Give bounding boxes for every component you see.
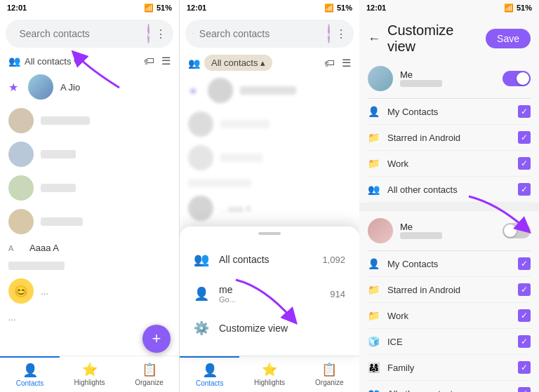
search-bar-2[interactable]: M ⋮ <box>185 20 354 48</box>
check-row-ice[interactable]: 🧊 ICE ✓ <box>368 329 531 355</box>
checkbox-starred-2[interactable]: ✓ <box>518 283 531 296</box>
check-row-my-contacts-2[interactable]: 👤 My Contacts ✓ <box>368 251 531 277</box>
ice-label: ICE <box>387 337 511 347</box>
starred-label-2: Starred in Android <box>387 285 511 295</box>
chevron-up-icon: ▴ <box>260 58 265 68</box>
tag-icon-1[interactable]: 🏷 <box>144 55 154 67</box>
list-item <box>182 107 357 141</box>
check-mark: ✓ <box>521 388 528 392</box>
sheet-item-customize[interactable]: ⚙️ Customize view <box>180 312 359 344</box>
email-blur-1 <box>400 80 442 87</box>
my-contacts-label-1: My Contacts <box>387 107 511 117</box>
checkbox-starred-1[interactable]: ✓ <box>518 131 531 144</box>
contacts-nav-icon: 👤 <box>22 363 38 378</box>
folder-icon-2: 📁 <box>368 284 380 295</box>
check-row-work-1[interactable]: 📁 Work ✓ <box>368 151 531 177</box>
list-item[interactable] <box>3 205 176 238</box>
sort-icon-2[interactable]: ☰ <box>342 57 351 69</box>
folder-icon-1: 📁 <box>368 132 380 143</box>
nav-contacts-2[interactable]: 👤 Contacts <box>180 356 239 392</box>
list-item[interactable]: A Aaaa A <box>3 238 176 257</box>
contacts-nav-icon-2: 👤 <box>202 363 218 378</box>
contact-icon-1: 👤 <box>368 106 380 117</box>
avatar <box>188 196 213 221</box>
avatar-2[interactable]: M <box>328 24 330 43</box>
search-bar-1[interactable]: M ⋮ <box>6 20 173 48</box>
list-item[interactable]: 😊 ... <box>3 274 176 308</box>
list-item[interactable] <box>3 171 176 205</box>
status-icons-1: 📶 51% <box>144 4 172 13</box>
checkbox-work-2[interactable]: ✓ <box>518 309 531 322</box>
nav-contacts[interactable]: 👤 Contacts <box>0 356 60 392</box>
sheet-item-all-contacts[interactable]: 👥 All contacts 1,092 <box>180 243 359 276</box>
list-item[interactable] <box>3 137 176 171</box>
check-row-my-contacts-1[interactable]: 👤 My Contacts ✓ <box>368 99 531 125</box>
nav-contacts-label: Contacts <box>16 379 44 387</box>
nav-organize-2[interactable]: 📋 Organize <box>300 356 359 392</box>
toggle-1[interactable] <box>503 71 531 86</box>
avatar <box>8 175 34 201</box>
status-icons-3: 📶 51% <box>504 4 532 13</box>
search-input-1[interactable] <box>19 28 142 39</box>
search-input-2[interactable] <box>199 28 322 39</box>
account-info-2: Me <box>400 222 495 241</box>
checkbox-other-2[interactable]: ✓ <box>518 387 531 392</box>
more-icon-1[interactable]: ⋮ <box>155 27 166 41</box>
checkbox-other-1[interactable]: ✓ <box>518 183 531 196</box>
wifi-icon-3: 📶 <box>504 4 514 13</box>
checkbox-family[interactable]: ✓ <box>518 361 531 374</box>
nav-organize-label-2: Organize <box>315 379 344 386</box>
list-item <box>182 175 357 191</box>
nav-highlights-2[interactable]: ⭐ Highlights <box>239 356 299 392</box>
star-icon-2: ★ <box>188 84 198 97</box>
me-icon: 👤 <box>194 286 209 302</box>
toggle-knob-2 <box>504 224 517 237</box>
email-blur-2 <box>400 232 442 239</box>
customize-label: Customize view <box>219 323 288 334</box>
search-icon-2 <box>192 28 194 39</box>
account-row-2: Me <box>368 211 531 251</box>
toggle-2[interactable] <box>503 223 531 238</box>
fab-button[interactable]: + <box>142 325 171 353</box>
back-button[interactable]: ← <box>368 32 380 46</box>
filter-dropdown-1[interactable]: All contacts ▾ <box>25 56 79 67</box>
work-label-1: Work <box>387 158 511 169</box>
nav-highlights[interactable]: ⭐ Highlights <box>60 356 119 392</box>
sort-icon-1[interactable]: ☰ <box>161 55 171 67</box>
wifi-icon: 📶 <box>144 4 154 13</box>
more-icon-2[interactable]: ⋮ <box>335 27 347 41</box>
avatar-1[interactable]: M <box>147 24 149 43</box>
contact-name: ...aaa A <box>220 203 251 214</box>
list-item[interactable]: ★ A Jio <box>3 70 176 104</box>
checkbox-ice[interactable]: ✓ <box>518 335 531 348</box>
check-row-starred-1[interactable]: 📁 Starred in Android ✓ <box>368 125 531 151</box>
sheet-item-me[interactable]: 👤 me Go... 914 <box>180 276 359 312</box>
group-icon-2: 👥 <box>368 388 380 392</box>
highlights-nav-icon-2: ⭐ <box>262 362 277 377</box>
check-row-work-2[interactable]: 📁 Work ✓ <box>368 303 531 329</box>
check-row-family[interactable]: 👨‍👩‍👧 Family ✓ <box>368 355 531 381</box>
nav-organize[interactable]: 📋 Organize <box>119 356 179 392</box>
avatar <box>8 108 34 133</box>
check-row-starred-2[interactable]: 📁 Starred in Android ✓ <box>368 277 531 303</box>
save-button[interactable]: Save <box>486 29 531 48</box>
battery-label-3: 51% <box>517 4 532 12</box>
checkbox-work-1[interactable]: ✓ <box>518 157 531 170</box>
nav-highlights-label: Highlights <box>74 379 105 386</box>
avatar <box>208 78 233 103</box>
check-row-other-1[interactable]: 👥 All other contacts ✓ <box>368 177 531 203</box>
tag-icon-2[interactable]: 🏷 <box>324 57 335 69</box>
time-3: 12:01 <box>366 4 386 12</box>
contact-name <box>41 150 76 158</box>
check-row-other-2[interactable]: 👥 All other contacts ✓ <box>368 381 531 392</box>
list-item[interactable] <box>3 257 176 274</box>
checkbox-my-contacts-1[interactable]: ✓ <box>518 105 531 118</box>
me-label: me <box>219 284 236 295</box>
family-label: Family <box>387 363 511 373</box>
checkbox-my-contacts-2[interactable]: ✓ <box>518 257 531 270</box>
filter-row-2: 👥 All contacts ▴ 🏷 ☰ <box>180 52 359 74</box>
filter-icons-1: 🏷 ☰ <box>144 55 171 67</box>
filter-dropdown-2[interactable]: All contacts ▴ <box>204 55 272 71</box>
filter-row-1: 👥 All contacts ▾ 🏷 ☰ <box>0 52 179 70</box>
list-item[interactable] <box>3 104 176 137</box>
